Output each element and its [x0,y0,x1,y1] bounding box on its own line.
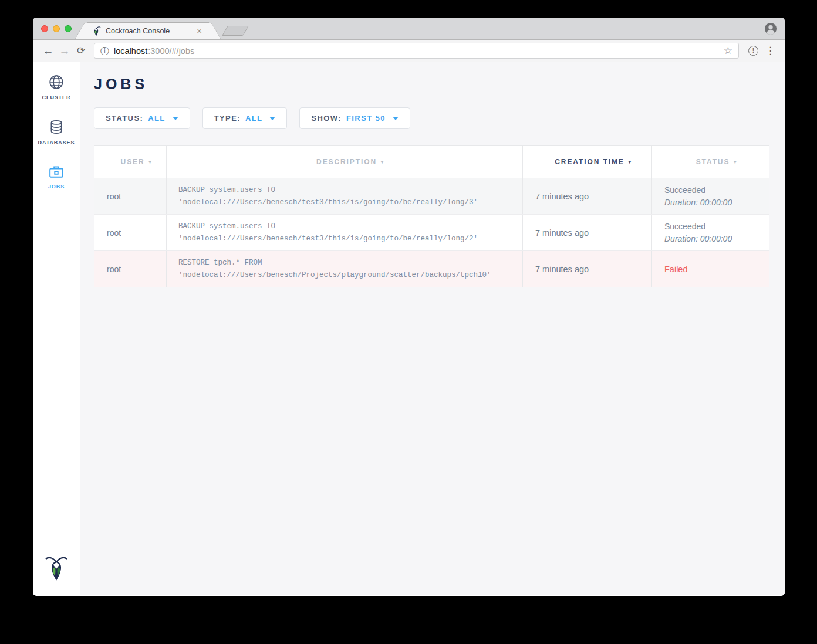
database-icon [49,120,64,135]
table-row: root BACKUP system.users TO 'nodelocal:/… [94,214,769,250]
reload-icon[interactable]: ⟳ [73,45,89,57]
sidebar-item-databases[interactable]: DATABASES [38,120,75,145]
chevron-down-icon [393,117,399,120]
status-duration: Duration: 00:00:00 [664,196,769,209]
url-path: :3000/#/jobs [148,46,194,56]
filter-bar: STATUS: ALL TYPE: ALL SHOW: FIRST 50 [94,107,785,129]
cell-status: Succeeded Duration: 00:00:00 [652,178,769,214]
browser-tab[interactable]: Cockroach Console × [89,22,207,39]
tab-strip: Cockroach Console × [33,18,785,40]
status-text: Succeeded [664,184,769,196]
filter-value: FIRST 50 [346,114,386,123]
main-content: JOBS STATUS: ALL TYPE: ALL SHOW: FIRST 5… [80,62,785,595]
briefcase-icon [49,165,64,179]
sidebar-item-label: CLUSTER [42,94,71,100]
show-filter-dropdown[interactable]: SHOW: FIRST 50 [299,107,410,129]
site-info-icon[interactable]: ⓘ [100,46,109,55]
filter-value: ALL [245,114,262,123]
filter-label: STATUS: [106,114,143,123]
tab-title: Cockroach Console [106,27,190,35]
filter-label: TYPE: [214,114,241,123]
sort-arrow-icon: ▾ [734,160,737,165]
cell-user: root [94,178,167,214]
minimize-window-button[interactable] [53,25,60,32]
cell-status: Succeeded Duration: 00:00:00 [652,215,769,250]
sort-arrow-icon: ▾ [149,160,153,165]
cell-description: RESTORE tpch.* FROM 'nodelocal:///Users/… [167,251,523,287]
table-header: USER ▾ DESCRIPTION ▾ CREATION TIME ▾ STA… [94,146,769,178]
table-row: root BACKUP system.users TO 'nodelocal:/… [94,178,769,214]
zoom-window-button[interactable] [65,25,72,32]
app-content: CLUSTER DATABASES JOBS [33,62,785,595]
address-bar[interactable]: ⓘ localhost :3000/#/jobs ☆ [94,43,739,59]
sort-arrow-icon: ▾ [629,160,632,165]
jobs-table: USER ▾ DESCRIPTION ▾ CREATION TIME ▾ STA… [94,145,769,287]
table-row: root RESTORE tpch.* FROM 'nodelocal:///U… [94,250,769,287]
new-tab-button[interactable] [222,26,249,36]
cell-creation-time: 7 minutes ago [523,178,652,214]
sidebar-item-cluster[interactable]: CLUSTER [42,74,71,100]
column-header-user[interactable]: USER ▾ [94,146,167,178]
cell-creation-time: 7 minutes ago [523,215,652,250]
sidebar: CLUSTER DATABASES JOBS [33,62,80,595]
cell-description: BACKUP system.users TO 'nodelocal:///Use… [167,178,523,214]
cockroach-logo-icon [45,555,68,584]
status-duration: Duration: 00:00:00 [664,233,769,245]
type-filter-dropdown[interactable]: TYPE: ALL [202,107,288,129]
status-text: Failed [664,265,769,274]
profile-avatar-icon[interactable] [764,22,777,38]
globe-icon [49,74,64,90]
window-controls [41,25,72,32]
close-window-button[interactable] [41,25,48,32]
bookmark-star-icon[interactable]: ☆ [724,45,732,57]
column-header-status[interactable]: STATUS ▾ [652,146,769,178]
forward-icon[interactable]: → [56,45,73,57]
cell-user: root [94,215,167,250]
sidebar-item-label: DATABASES [38,140,75,145]
sort-arrow-icon: ▾ [381,160,384,165]
cell-description: BACKUP system.users TO 'nodelocal:///Use… [167,215,523,250]
tab-top-border [87,22,209,23]
url-host: localhost [114,46,147,56]
back-icon[interactable]: ← [40,45,56,57]
cockroach-favicon-icon [92,26,101,36]
page-title: JOBS [94,76,785,93]
filter-value: ALL [148,114,165,123]
cell-creation-time: 7 minutes ago [523,251,652,287]
cell-status: Failed [652,251,769,287]
filter-label: SHOW: [311,114,342,123]
status-filter-dropdown[interactable]: STATUS: ALL [94,107,190,129]
column-header-description[interactable]: DESCRIPTION ▾ [167,146,523,178]
extension-icon[interactable]: ! [748,46,758,56]
chevron-down-icon [269,117,275,120]
status-text: Succeeded [664,221,769,233]
cell-user: root [94,251,167,287]
column-header-creation-time[interactable]: CREATION TIME ▾ [523,146,652,178]
close-tab-icon[interactable]: × [194,26,204,36]
sidebar-item-label: JOBS [48,184,65,189]
browser-toolbar: ← → ⟳ ⓘ localhost :3000/#/jobs ☆ ! ⋮ [33,40,785,62]
browser-window: Cockroach Console × ← → ⟳ ⓘ localhost :3… [33,18,785,596]
sidebar-item-jobs[interactable]: JOBS [48,165,65,189]
chevron-down-icon [173,117,178,120]
browser-menu-icon[interactable]: ⋮ [763,45,778,57]
